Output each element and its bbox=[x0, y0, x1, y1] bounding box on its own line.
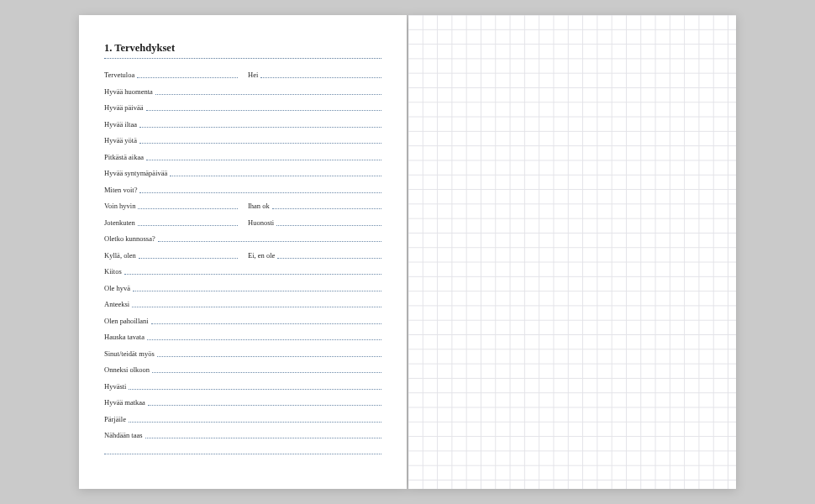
vocab-row: Hyvää syntymäpäivää bbox=[104, 169, 381, 186]
page-spread: 1. Tervehdykset TervetuloaHeiHyvää huome… bbox=[79, 15, 736, 489]
vocab-term: Ei, en ole bbox=[248, 251, 277, 260]
vocab-cell: Olen pahoillani bbox=[104, 317, 381, 325]
vocab-cell: Sinut/teidät myös bbox=[104, 349, 381, 358]
heading-underline bbox=[104, 58, 381, 59]
vocab-term: Olen pahoillani bbox=[104, 317, 151, 325]
dotted-line bbox=[146, 110, 382, 111]
dotted-line bbox=[124, 274, 381, 275]
dotted-line bbox=[147, 339, 381, 340]
vocab-cell: Hauska tavata bbox=[104, 333, 381, 341]
vocab-row: TervetuloaHei bbox=[104, 71, 381, 87]
dotted-line bbox=[133, 291, 381, 291]
vocab-term: Sinut/teidät myös bbox=[104, 349, 157, 358]
vocab-row: Pärjäile bbox=[104, 415, 381, 432]
dotted-line bbox=[158, 241, 381, 242]
vocab-cell: Hyvää päivää bbox=[104, 103, 381, 112]
vocab-cell: Tervetuloa bbox=[104, 71, 238, 79]
vocab-row: Miten voit? bbox=[104, 186, 381, 202]
vocab-cell: Anteeksi bbox=[104, 300, 381, 308]
dotted-line bbox=[155, 94, 381, 95]
vocab-row: Hyvää iltaa bbox=[104, 120, 381, 137]
vocab-term: Ihan ok bbox=[248, 202, 272, 210]
vocab-row: Onneksi olkoon bbox=[104, 365, 381, 382]
vocab-cell: Nähdään taas bbox=[104, 431, 381, 439]
vocab-cell: Hyvää syntymäpäivää bbox=[104, 169, 381, 177]
vocab-term: Voin hyvin bbox=[104, 202, 138, 210]
vocab-row: Sinut/teidät myös bbox=[104, 349, 381, 366]
vocab-term: Hyvää matkaa bbox=[104, 398, 148, 407]
vocab-cell: Hyvää huomenta bbox=[104, 87, 381, 96]
dotted-line bbox=[148, 405, 381, 406]
dotted-line bbox=[138, 208, 238, 209]
vocab-cell: Huonosti bbox=[248, 218, 381, 227]
dotted-line bbox=[132, 307, 381, 307]
right-page-grid bbox=[408, 15, 736, 489]
dotted-line bbox=[139, 192, 381, 193]
dotted-line bbox=[157, 356, 381, 357]
vocab-cell: Hyvästi bbox=[104, 382, 381, 391]
vocab-cell: Pärjäile bbox=[104, 415, 381, 423]
dotted-line bbox=[139, 143, 381, 144]
vocab-cell: Kyllä, olen bbox=[104, 251, 238, 260]
vocab-cell: Miten voit? bbox=[104, 186, 381, 194]
vocab-term: Hyvää yötä bbox=[104, 136, 139, 144]
vocab-cell: Ihan ok bbox=[248, 202, 381, 210]
vocab-term: Oletko kunnossa? bbox=[104, 234, 158, 243]
dotted-line bbox=[145, 438, 381, 438]
vocab-cell: Onneksi olkoon bbox=[104, 365, 381, 374]
vocab-term: Anteeksi bbox=[104, 300, 132, 308]
dotted-line bbox=[129, 422, 381, 423]
vocab-row: Kyllä, olenEi, en ole bbox=[104, 251, 381, 268]
vocab-cell: Ole hyvä bbox=[104, 284, 381, 292]
vocab-row: Hyvää matkaa bbox=[104, 398, 381, 415]
dotted-line bbox=[277, 258, 381, 259]
vocab-row: Hyvää huomenta bbox=[104, 87, 381, 104]
dotted-line bbox=[170, 176, 381, 176]
vocab-term: Kyllä, olen bbox=[104, 251, 139, 260]
vocab-term: Pitkästä aikaa bbox=[104, 153, 146, 161]
vocab-row: Hyvää päivää bbox=[104, 103, 381, 120]
dotted-line bbox=[151, 323, 381, 324]
vocab-term: Tervetuloa bbox=[104, 71, 137, 79]
vocab-term: Hauska tavata bbox=[104, 333, 147, 341]
dotted-line bbox=[146, 160, 381, 160]
vocab-row: Hyvästi bbox=[104, 382, 381, 399]
dotted-line bbox=[139, 127, 381, 128]
vocab-row: JotenkutenHuonosti bbox=[104, 218, 381, 235]
dotted-line bbox=[138, 225, 238, 226]
vocab-row: Olen pahoillani bbox=[104, 317, 381, 333]
left-page: 1. Tervehdykset TervetuloaHeiHyvää huome… bbox=[79, 15, 407, 489]
vocab-term: Hei bbox=[248, 71, 260, 79]
vocab-row: Voin hyvinIhan ok bbox=[104, 202, 381, 218]
dotted-line bbox=[272, 208, 381, 209]
vocab-cell: Jotenkuten bbox=[104, 218, 238, 227]
vocab-term: Hyvää huomenta bbox=[104, 87, 155, 96]
dotted-line bbox=[152, 372, 381, 373]
vocab-term: Kiitos bbox=[104, 267, 124, 276]
vocab-cell: Voin hyvin bbox=[104, 202, 238, 210]
vocab-term: Hyvästi bbox=[104, 382, 129, 391]
vocab-term: Huonosti bbox=[248, 218, 276, 227]
vocab-term: Jotenkuten bbox=[104, 218, 138, 227]
vocab-row: Pitkästä aikaa bbox=[104, 153, 381, 170]
vocab-term: Onneksi olkoon bbox=[104, 365, 152, 374]
vocab-cell: Pitkästä aikaa bbox=[104, 153, 381, 161]
dotted-line bbox=[137, 77, 238, 78]
vocab-term: Hyvää syntymäpäivää bbox=[104, 169, 170, 177]
vocab-term: Hyvää iltaa bbox=[104, 120, 139, 129]
vocab-row: Nähdään taas bbox=[104, 431, 381, 448]
vocab-cell: Hyvää matkaa bbox=[104, 398, 381, 407]
dotted-line bbox=[260, 77, 381, 78]
vocab-row: Hauska tavata bbox=[104, 333, 381, 349]
vocab-list: TervetuloaHeiHyvää huomentaHyvää päivääH… bbox=[104, 71, 381, 464]
vocab-cell: Hei bbox=[248, 71, 381, 79]
vocab-row: Anteeksi bbox=[104, 300, 381, 317]
vocab-cell: Kiitos bbox=[104, 267, 381, 276]
dotted-line bbox=[129, 389, 381, 390]
dotted-line bbox=[104, 454, 381, 454]
vocab-term: Miten voit? bbox=[104, 186, 139, 194]
dotted-line bbox=[276, 225, 381, 226]
blank-line bbox=[104, 448, 381, 465]
vocab-term: Ole hyvä bbox=[104, 284, 133, 292]
vocab-row: Ole hyvä bbox=[104, 284, 381, 301]
